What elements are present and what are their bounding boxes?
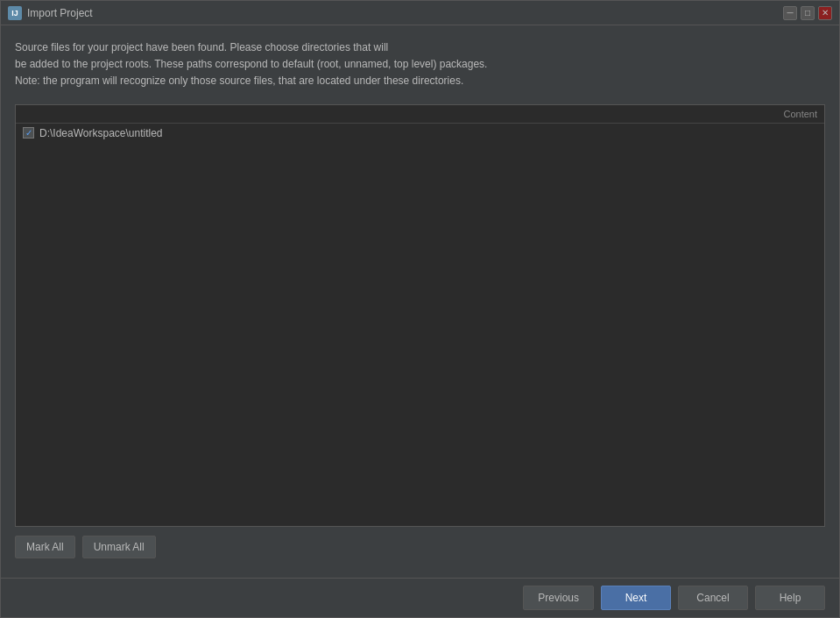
mark-all-button[interactable]: Mark All bbox=[15, 536, 75, 558]
description-line3: Note: the program will recognize only th… bbox=[15, 73, 825, 89]
file-list-container: Content D:\IdeaWorkspace\untitled bbox=[15, 104, 825, 527]
item-checkbox[interactable] bbox=[23, 127, 34, 139]
cancel-button[interactable]: Cancel bbox=[678, 586, 748, 610]
title-bar-controls: ─ □ ✕ bbox=[783, 6, 832, 20]
list-item[interactable]: D:\IdeaWorkspace\untitled bbox=[16, 124, 824, 143]
footer-bar: Previous Next Cancel Help bbox=[1, 578, 839, 617]
minimize-button[interactable]: ─ bbox=[783, 6, 797, 20]
description-text: Source files for your project have been … bbox=[15, 39, 825, 90]
previous-button[interactable]: Previous bbox=[523, 586, 594, 610]
next-button[interactable]: Next bbox=[601, 586, 671, 610]
file-list-header: Content bbox=[16, 105, 824, 124]
description-line2: be added to the project roots. These pat… bbox=[15, 56, 825, 73]
checkbox-wrapper[interactable] bbox=[23, 127, 34, 139]
unmark-all-button[interactable]: Unmark All bbox=[82, 536, 156, 558]
close-button[interactable]: ✕ bbox=[818, 6, 832, 20]
window-title: Import Project bbox=[27, 7, 783, 19]
title-bar: IJ Import Project ─ □ ✕ bbox=[1, 1, 839, 25]
help-button[interactable]: Help bbox=[755, 586, 825, 610]
content-column-header: Content bbox=[783, 109, 817, 119]
maximize-button[interactable]: □ bbox=[801, 6, 815, 20]
bottom-toolbar: Mark All Unmark All bbox=[15, 527, 825, 564]
file-path: D:\IdeaWorkspace\untitled bbox=[39, 127, 163, 139]
dialog-window: IJ Import Project ─ □ ✕ Source files for… bbox=[0, 0, 840, 618]
app-icon: IJ bbox=[8, 6, 22, 20]
content-area: Source files for your project have been … bbox=[1, 25, 839, 578]
description-line1: Source files for your project have been … bbox=[15, 39, 825, 56]
